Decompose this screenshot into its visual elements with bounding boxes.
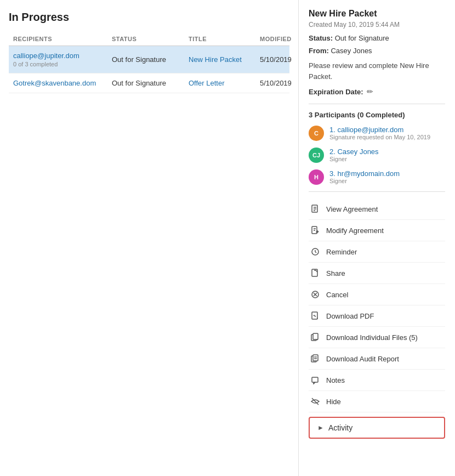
edit-expiration-icon[interactable]: ✏ xyxy=(367,87,373,96)
action-label-view-agreement: View Agreement xyxy=(326,205,378,213)
participant-avatar: CJ xyxy=(309,148,324,163)
activity-label: Activity xyxy=(328,423,352,432)
right-panel: New Hire Packet Created May 10, 2019 5:4… xyxy=(299,0,455,476)
agreement-created: Created May 10, 2019 5:44 AM xyxy=(309,21,445,29)
action-download-audit[interactable]: Download Audit Report xyxy=(309,348,445,370)
action-cancel[interactable]: Cancel xyxy=(309,284,445,305)
participant-item: CJ 2. Casey Jones Signer xyxy=(309,148,445,163)
table-row[interactable]: Gotrek@skavenbane.dom Out for Signature … xyxy=(9,73,289,93)
status-label: Status: xyxy=(309,34,333,42)
action-reminder[interactable]: Reminder xyxy=(309,241,445,263)
download-individual-icon xyxy=(310,332,321,343)
expiration-label: Expiration Date: xyxy=(309,88,363,96)
participant-info: 1. calliope@jupiter.dom Signature reques… xyxy=(329,126,430,140)
table-header: RECIPIENTS STATUS TITLE MODIFIED xyxy=(9,32,289,46)
action-label-download-audit: Download Audit Report xyxy=(326,355,399,363)
action-label-notes: Notes xyxy=(326,376,345,384)
participant-info: 3. hr@mydomain.dom Signer xyxy=(329,169,400,184)
recipient-cell: Gotrek@skavenbane.dom xyxy=(13,79,112,87)
status-cell: Out for Signature xyxy=(112,52,189,67)
modify-agreement-icon xyxy=(310,225,321,236)
participant-item: C 1. calliope@jupiter.dom Signature requ… xyxy=(309,126,445,141)
activity-section[interactable]: ► Activity xyxy=(309,417,445,439)
participant-role: Signature requested on May 10, 2019 xyxy=(329,134,430,140)
table-body: calliope@jupiter.dom 0 of 3 completed Ou… xyxy=(9,46,289,93)
svg-line-21 xyxy=(312,398,318,405)
action-label-hide: Hide xyxy=(326,398,341,406)
participant-avatar: C xyxy=(309,126,324,141)
action-hide[interactable]: Hide xyxy=(309,391,445,412)
message-text: Please review and complete New Hire Pack… xyxy=(309,60,445,82)
chevron-right-icon: ► xyxy=(317,424,324,432)
action-share[interactable]: Share xyxy=(309,263,445,284)
action-notes[interactable]: Notes xyxy=(309,370,445,391)
share-icon xyxy=(310,268,321,279)
col-recipients: RECIPIENTS xyxy=(13,36,112,42)
svg-rect-17 xyxy=(313,355,318,361)
participant-name: 2. Casey Jones xyxy=(329,148,379,156)
action-list: View Agreement Modify Agreement Reminder… xyxy=(309,199,445,412)
title-cell: Offer Letter xyxy=(189,79,260,87)
from-label: From: xyxy=(309,47,329,55)
action-download-individual[interactable]: Download Individual Files (5) xyxy=(309,327,445,348)
action-download-pdf[interactable]: Download PDF xyxy=(309,305,445,327)
agreement-title: New Hire Packet xyxy=(309,9,445,19)
status-line: Status: Out for Signature xyxy=(309,34,445,42)
svg-rect-15 xyxy=(313,333,318,339)
reminder-icon xyxy=(310,246,321,257)
hide-icon xyxy=(310,396,321,407)
participant-name: 1. calliope@jupiter.dom xyxy=(329,126,430,134)
download-pdf-icon xyxy=(310,310,321,321)
cancel-icon xyxy=(310,289,321,300)
recipient-email: Gotrek@skavenbane.dom xyxy=(13,79,112,87)
action-label-reminder: Reminder xyxy=(326,248,357,256)
recipient-email: calliope@jupiter.dom xyxy=(13,52,112,60)
participants-header: 3 Participants (0 Completed) xyxy=(309,111,445,119)
col-title: TITLE xyxy=(189,36,260,42)
recipient-cell: calliope@jupiter.dom 0 of 3 completed xyxy=(13,52,112,67)
action-label-download-individual: Download Individual Files (5) xyxy=(326,333,418,342)
action-label-share: Share xyxy=(326,269,345,277)
participant-item: H 3. hr@mydomain.dom Signer xyxy=(309,169,445,185)
from-line: From: Casey Jones xyxy=(309,47,445,55)
participant-role: Signer xyxy=(329,156,379,162)
table-row[interactable]: calliope@jupiter.dom 0 of 3 completed Ou… xyxy=(9,46,289,73)
notes-icon xyxy=(310,375,321,386)
page-title: In Progress xyxy=(9,11,289,24)
status-cell: Out for Signature xyxy=(112,79,189,87)
left-panel: In Progress RECIPIENTS STATUS TITLE MODI… xyxy=(0,0,299,476)
participant-info: 2. Casey Jones Signer xyxy=(329,148,379,162)
expiration-line: Expiration Date: ✏ xyxy=(309,87,445,96)
col-status: STATUS xyxy=(112,36,189,42)
svg-line-7 xyxy=(317,231,318,232)
action-label-modify-agreement: Modify Agreement xyxy=(326,226,384,235)
status-value: Out for Signature xyxy=(335,34,389,42)
action-label-download-pdf: Download PDF xyxy=(326,312,374,320)
view-agreement-icon xyxy=(310,203,321,214)
action-view-agreement[interactable]: View Agreement xyxy=(309,199,445,220)
participant-role: Signer xyxy=(329,178,400,184)
participant-avatar: H xyxy=(309,169,324,185)
divider-2 xyxy=(309,191,445,192)
action-modify-agreement[interactable]: Modify Agreement xyxy=(309,220,445,241)
recipient-subtitle: 0 of 3 completed xyxy=(13,61,112,67)
divider-1 xyxy=(309,104,445,104)
from-value: Casey Jones xyxy=(331,47,372,55)
action-label-cancel: Cancel xyxy=(326,291,348,299)
title-cell: New Hire Packet xyxy=(189,52,260,67)
participants-list: C 1. calliope@jupiter.dom Signature requ… xyxy=(309,126,445,185)
participant-name: 3. hr@mydomain.dom xyxy=(329,169,400,178)
svg-rect-20 xyxy=(312,377,318,382)
download-audit-icon xyxy=(310,353,321,364)
